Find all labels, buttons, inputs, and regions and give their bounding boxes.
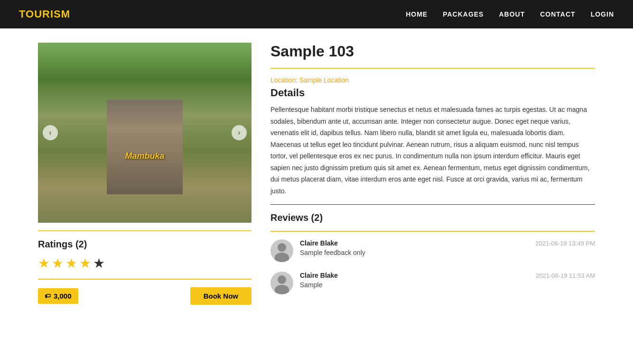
carousel-prev-button[interactable]: ‹ xyxy=(43,125,58,140)
nav-links: HOME PACKAGES ABOUT CONTACT LOGIN xyxy=(406,10,614,18)
star-1: ★ xyxy=(38,255,50,271)
divider-dark xyxy=(270,204,595,205)
reviewer-name-1: Claire Blake xyxy=(300,239,338,247)
price-tag: 🏷 3,000 xyxy=(38,288,78,304)
location-value: Sample Location xyxy=(299,76,349,84)
details-text: Pellentesque habitant morbi tristique se… xyxy=(270,104,595,197)
divider-gold-2 xyxy=(38,279,251,280)
avatar-1 xyxy=(270,239,293,262)
carousel-next-button[interactable]: › xyxy=(232,125,247,140)
details-text-content: Pellentesque habitant morbi tristique se… xyxy=(270,106,589,195)
book-now-button[interactable]: Book Now xyxy=(190,287,251,305)
nav-about[interactable]: ABOUT xyxy=(499,10,525,18)
star-5: ★ xyxy=(93,255,105,271)
review-item-2: Claire Blake 2021-06-19 11:53 AM Sample xyxy=(270,272,595,294)
price-value: 3,000 xyxy=(54,292,72,300)
star-3: ★ xyxy=(65,255,77,271)
ratings-title: Ratings (2) xyxy=(38,239,251,250)
navbar: TOURISM HOME PACKAGES ABOUT CONTACT LOGI… xyxy=(0,0,633,28)
location-prefix: Location: xyxy=(270,76,298,84)
nav-packages[interactable]: PACKAGES xyxy=(443,10,484,18)
divider-gold-4 xyxy=(270,231,595,232)
review-text-1: Sample feedback only xyxy=(300,249,595,256)
star-2: ★ xyxy=(52,255,64,271)
review-body-2: Claire Blake 2021-06-19 11:53 AM Sample xyxy=(300,272,595,289)
reviewer-name-2: Claire Blake xyxy=(300,272,338,279)
avatar-2 xyxy=(270,272,293,294)
image-carousel: ‹ › xyxy=(38,43,251,223)
package-title: Sample 103 xyxy=(270,43,595,60)
left-column: ‹ › Ratings (2) ★ ★ ★ ★ ★ 🏷 3,000 Book N… xyxy=(38,43,251,305)
right-column: Sample 103 Location: Sample Location Det… xyxy=(270,43,595,305)
package-image xyxy=(38,43,251,223)
review-header-2: Claire Blake 2021-06-19 11:53 AM xyxy=(300,272,595,279)
price-book-row: 🏷 3,000 Book Now xyxy=(38,287,251,305)
divider-gold-3 xyxy=(270,68,595,69)
review-date-1: 2021-06-19 13:49 PM xyxy=(535,240,595,247)
nav-login[interactable]: LOGIN xyxy=(591,10,614,18)
review-item-1: Claire Blake 2021-06-19 13:49 PM Sample … xyxy=(270,239,595,262)
tag-icon: 🏷 xyxy=(45,292,51,300)
reviews-title: Reviews (2) xyxy=(270,212,595,223)
nav-home[interactable]: HOME xyxy=(406,10,428,18)
review-text-2: Sample xyxy=(300,281,595,289)
star-rating: ★ ★ ★ ★ ★ xyxy=(38,255,251,271)
nav-contact[interactable]: CONTACT xyxy=(540,10,575,18)
review-header-1: Claire Blake 2021-06-19 13:49 PM xyxy=(300,239,595,247)
review-date-2: 2021-06-19 11:53 AM xyxy=(536,272,595,279)
review-body-1: Claire Blake 2021-06-19 13:49 PM Sample … xyxy=(300,239,595,256)
site-logo[interactable]: TOURISM xyxy=(19,8,70,20)
star-4: ★ xyxy=(79,255,91,271)
main-content: ‹ › Ratings (2) ★ ★ ★ ★ ★ 🏷 3,000 Book N… xyxy=(0,28,633,319)
location-label: Location: Sample Location xyxy=(270,76,595,84)
details-heading: Details xyxy=(270,87,595,99)
divider-gold-1 xyxy=(38,230,251,231)
